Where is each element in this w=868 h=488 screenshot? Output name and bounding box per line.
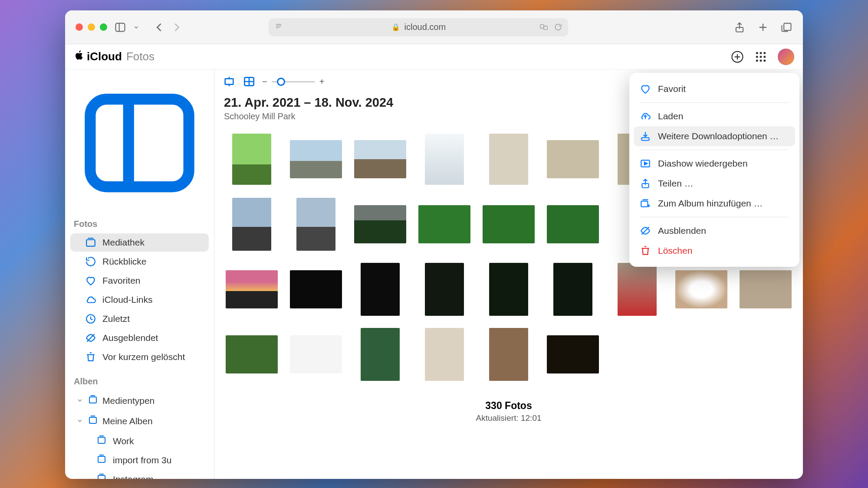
sidebar-item-label: import from 3u bbox=[113, 455, 171, 465]
zoom-in-icon[interactable]: + bbox=[319, 77, 325, 87]
svg-point-16 bbox=[763, 52, 766, 54]
photo-thumbnail[interactable] bbox=[226, 270, 278, 308]
sidebar-item-favoriten[interactable]: Favoriten bbox=[70, 272, 209, 290]
photo-thumbnail[interactable] bbox=[547, 335, 599, 373]
sidebar-item-label: Rückblicke bbox=[102, 256, 147, 267]
menu-item-more-download[interactable]: Weitere Downloadoptionen … bbox=[634, 126, 795, 146]
photo-thumbnail[interactable] bbox=[425, 263, 464, 316]
sidebar-item-mediathek[interactable]: Mediathek bbox=[70, 233, 209, 252]
photo-thumbnail[interactable] bbox=[425, 134, 464, 185]
brand-service: iCloud bbox=[87, 50, 122, 63]
grid-view-icon[interactable] bbox=[242, 75, 256, 88]
photo-thumbnail[interactable] bbox=[547, 140, 599, 178]
menu-item-label: Zum Album hinzufügen … bbox=[658, 198, 763, 209]
forward-button[interactable] bbox=[171, 21, 183, 33]
photo-thumbnail[interactable] bbox=[290, 335, 342, 373]
menu-item-label: Laden bbox=[658, 111, 683, 121]
photo-thumbnail[interactable] bbox=[489, 134, 528, 185]
chevron-down-icon[interactable] bbox=[133, 21, 139, 33]
photo-thumbnail[interactable] bbox=[361, 328, 400, 381]
svg-point-19 bbox=[763, 56, 766, 58]
album-icon bbox=[96, 454, 107, 466]
back-button[interactable] bbox=[153, 21, 165, 33]
zoom-out-icon[interactable]: − bbox=[262, 77, 267, 87]
sidebar-item-zuletzt[interactable]: Zuletzt bbox=[70, 310, 209, 328]
svg-point-21 bbox=[760, 59, 762, 62]
sidebar-item-rueckblicke[interactable]: Rückblicke bbox=[70, 252, 209, 271]
menu-item-label: Löschen bbox=[658, 246, 692, 256]
zoom-slider[interactable]: − + bbox=[262, 77, 324, 87]
menu-item-hide[interactable]: Ausblenden bbox=[634, 221, 795, 241]
photo-thumbnail[interactable] bbox=[361, 263, 400, 316]
menu-item-favorite[interactable]: Favorit bbox=[634, 79, 795, 99]
sidebar-group-medientypen[interactable]: Medientypen bbox=[70, 391, 209, 410]
reader-icon[interactable] bbox=[275, 22, 283, 32]
photo-thumbnail[interactable] bbox=[296, 198, 335, 251]
sidebar-toggle-icon[interactable] bbox=[114, 21, 126, 33]
photo-thumbnail[interactable] bbox=[232, 134, 271, 185]
library-icon bbox=[85, 237, 96, 248]
sidebar-section-fotos: Fotos bbox=[65, 216, 214, 233]
svg-point-14 bbox=[756, 52, 758, 54]
sidebar-item-geloescht[interactable]: Vor kurzem gelöscht bbox=[70, 348, 209, 366]
photo-thumbnail[interactable] bbox=[232, 198, 271, 251]
sidebar-group-meine-alben[interactable]: Meine Alben bbox=[70, 411, 209, 431]
menu-item-share[interactable]: Teilen … bbox=[634, 174, 795, 193]
cloud-link-icon bbox=[85, 294, 96, 305]
share-icon[interactable] bbox=[733, 21, 746, 33]
content: Fotos Mediathek Rückblicke Favoriten iCl… bbox=[65, 69, 803, 479]
sidebar-album-item[interactable]: import from 3u bbox=[70, 451, 209, 469]
photo-thumbnail[interactable] bbox=[354, 205, 406, 243]
photo-thumbnail[interactable] bbox=[489, 263, 528, 316]
menu-item-slideshow[interactable]: Diashow wiedergeben bbox=[634, 154, 795, 174]
sidebar-album-item[interactable]: Instagram bbox=[70, 470, 209, 479]
add-to-album-icon bbox=[640, 198, 651, 209]
share-icon bbox=[640, 178, 651, 189]
apps-grid-icon[interactable] bbox=[754, 50, 767, 63]
photo-thumbnail[interactable] bbox=[547, 205, 599, 243]
photo-thumbnail[interactable] bbox=[740, 270, 792, 308]
album-icon bbox=[88, 415, 98, 427]
svg-rect-29 bbox=[89, 417, 96, 423]
reload-icon[interactable] bbox=[554, 22, 562, 33]
new-tab-icon[interactable] bbox=[757, 21, 769, 33]
photo-thumbnail[interactable] bbox=[226, 335, 278, 373]
menu-item-add-to-album[interactable]: Zum Album hinzufügen … bbox=[634, 193, 795, 213]
minimize-window[interactable] bbox=[88, 23, 95, 31]
photo-thumbnail[interactable] bbox=[354, 140, 406, 178]
menu-item-load[interactable]: Laden bbox=[634, 106, 795, 126]
sidebar-album-item[interactable]: Work bbox=[70, 432, 209, 450]
photo-thumbnail[interactable] bbox=[425, 328, 464, 381]
photo-thumbnail[interactable] bbox=[618, 263, 657, 316]
svg-rect-23 bbox=[90, 99, 189, 187]
tabs-overview-icon[interactable] bbox=[780, 21, 792, 33]
photo-thumbnail[interactable] bbox=[675, 270, 727, 308]
sidebar-item-icloud-links[interactable]: iCloud-Links bbox=[70, 291, 209, 309]
photo-thumbnail[interactable] bbox=[489, 328, 528, 381]
context-menu: Favorit Laden Weitere Downloadoptionen …… bbox=[629, 73, 799, 267]
lock-icon: 🔒 bbox=[391, 23, 400, 31]
album-icon bbox=[96, 473, 107, 479]
menu-item-label: Teilen … bbox=[658, 178, 694, 189]
brand[interactable]: iCloud Fotos bbox=[74, 50, 155, 63]
close-window[interactable] bbox=[76, 23, 83, 31]
titlebar: 🔒 icloud.com bbox=[65, 10, 803, 44]
url-bar[interactable]: 🔒 icloud.com bbox=[269, 18, 568, 36]
photo-thumbnail[interactable] bbox=[553, 263, 592, 316]
album-icon bbox=[88, 394, 98, 407]
photo-thumbnail[interactable] bbox=[483, 205, 535, 243]
avatar[interactable] bbox=[778, 49, 794, 65]
aspect-view-icon[interactable] bbox=[222, 75, 236, 88]
photo-thumbnail[interactable] bbox=[418, 205, 470, 243]
sidebar-item-ausgeblendet[interactable]: Ausgeblendet bbox=[70, 329, 209, 347]
sidebar-item-label: Ausgeblendet bbox=[102, 333, 158, 343]
sidebar-item-label: Mediathek bbox=[102, 237, 145, 248]
photo-thumbnail[interactable] bbox=[290, 140, 342, 178]
photo-thumbnail[interactable] bbox=[290, 270, 342, 308]
fullscreen-window[interactable] bbox=[100, 23, 107, 31]
add-icon[interactable] bbox=[731, 50, 744, 63]
album-icon bbox=[96, 435, 107, 447]
sidebar-panel-icon[interactable] bbox=[65, 77, 214, 216]
translate-icon[interactable] bbox=[539, 22, 548, 33]
menu-item-delete[interactable]: Löschen bbox=[634, 241, 795, 261]
